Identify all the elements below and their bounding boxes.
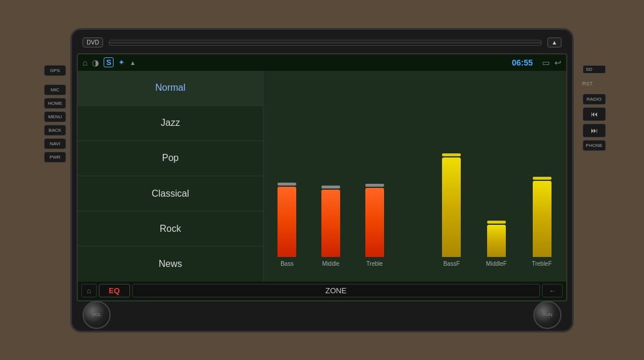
home-status-icon: ⌂ [83, 58, 87, 67]
bar-middle: Middle [321, 186, 340, 267]
mic-button[interactable]: MIC [44, 84, 66, 95]
bar-middlef-marker [487, 221, 506, 224]
bar-middlef-fill [487, 225, 506, 257]
bar-treblef-fill [533, 181, 551, 257]
dvd-label: DVD [83, 37, 103, 47]
bottom-bar: ⌂ EQ ZONE ← [78, 282, 566, 300]
brightness-icon: ◑ [92, 58, 99, 67]
eq-item-pop[interactable]: Pop [78, 141, 263, 176]
main-screen: ⌂ ◑ S ✦ ▲ 06:55 ▭ ↩ Normal Jazz Pop Clas… [77, 53, 567, 301]
vol-label: VOL [92, 312, 101, 317]
bar-treblef-label: TrebleF [532, 260, 551, 267]
bar-bass-marker [278, 183, 296, 186]
eq-chart: Bass Middle [263, 71, 566, 282]
bars-container: Bass Middle [266, 77, 563, 279]
bar-bass-fill [278, 187, 296, 257]
car-unit: GPS MIC HOME MENU BACK NAVI PWR SD RST R… [70, 28, 574, 332]
bottom-home-button[interactable]: ⌂ [81, 284, 97, 297]
bottom-controls: VOL TUN [77, 304, 567, 326]
eq-list: Normal Jazz Pop Classical Rock News [78, 71, 263, 282]
vol-knob[interactable]: VOL [83, 301, 111, 329]
tun-label: TUN [543, 312, 552, 317]
disc-slot [109, 40, 542, 46]
bar-bassf-marker [442, 153, 461, 156]
eq-item-news[interactable]: News [78, 246, 263, 281]
bar-treble-fill [365, 188, 384, 257]
app-icon: S [104, 57, 114, 67]
screen-content: Normal Jazz Pop Classical Rock News [78, 71, 566, 282]
prev-button[interactable]: ⏮ [583, 107, 606, 121]
bar-treble-marker [365, 184, 384, 187]
tun-knob[interactable]: TUN [533, 301, 561, 329]
eq-item-rock[interactable]: Rock [78, 211, 263, 246]
navi-button[interactable]: NAVI [44, 138, 66, 149]
bar-treblef-marker [533, 177, 551, 180]
bar-bassf-fill [442, 157, 461, 257]
bar-middlef-wrapper [487, 221, 506, 257]
bar-bass: Bass [278, 183, 296, 267]
pwr-button[interactable]: PWR [44, 152, 66, 163]
status-bar: ⌂ ◑ S ✦ ▲ 06:55 ▭ ↩ [78, 54, 566, 71]
menu-button[interactable]: MENU [44, 111, 66, 122]
bar-middle-label: Middle [322, 260, 339, 267]
bar-treblef-wrapper [533, 177, 551, 257]
back-button[interactable]: BACK [44, 125, 66, 136]
bar-middle-wrapper [321, 186, 340, 257]
bar-middle-fill [321, 190, 340, 257]
bar-bass-label: Bass [280, 260, 293, 267]
bar-treble-wrapper [365, 184, 384, 257]
bluetooth-icon: ✦ [118, 58, 125, 67]
bar-middle-marker [321, 186, 340, 188]
main-screen-area: ⌂ ◑ S ✦ ▲ 06:55 ▭ ↩ Normal Jazz Pop Clas… [77, 53, 567, 301]
bar-middlef-label: MiddleF [486, 260, 507, 267]
home-button[interactable]: HOME [44, 98, 66, 109]
bar-treblef: TrebleF [532, 177, 551, 267]
eq-button[interactable]: EQ [99, 284, 130, 297]
gps-button[interactable]: GPS [44, 65, 66, 76]
next-button[interactable]: ⏭ [583, 124, 606, 138]
eq-item-jazz[interactable]: Jazz [78, 106, 263, 141]
back-status-icon: ↩ [554, 58, 561, 67]
eq-item-normal[interactable]: Normal [78, 71, 263, 106]
zone-button[interactable]: ZONE [132, 284, 540, 297]
eq-item-classical[interactable]: Classical [78, 176, 263, 211]
sd-label: SD [583, 65, 606, 74]
phone-button[interactable]: PHONE [583, 140, 606, 151]
radio-button[interactable]: RADIO [583, 94, 606, 105]
status-time: 06:55 [512, 58, 533, 67]
bar-bassf: BassF [442, 153, 461, 267]
left-side-buttons: GPS MIC HOME MENU BACK NAVI PWR [44, 65, 66, 163]
battery-icon: ▭ [542, 58, 550, 67]
bar-treble: Treble [365, 184, 384, 267]
rst-label: RST [583, 81, 606, 87]
top-bar: DVD ▲ [77, 35, 567, 51]
bar-bass-wrapper [278, 183, 296, 257]
bar-bassf-wrapper [442, 153, 461, 257]
bar-treble-label: Treble [366, 260, 383, 267]
bar-bassf-label: BassF [443, 260, 460, 267]
right-side-buttons: SD RST RADIO ⏮ ⏭ PHONE [583, 65, 606, 151]
bar-middlef: MiddleF [486, 221, 507, 267]
wifi-icon: ▲ [129, 59, 136, 66]
eject-button[interactable]: ▲ [547, 37, 561, 47]
bottom-back-button[interactable]: ← [542, 284, 563, 297]
